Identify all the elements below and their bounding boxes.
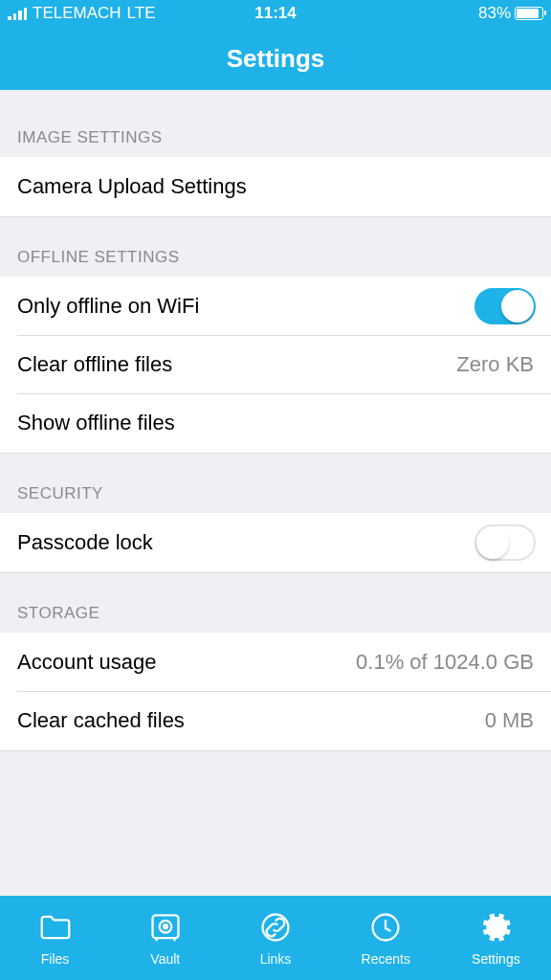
signal-icon (8, 7, 27, 20)
tab-files-label: Files (41, 951, 70, 967)
folder-icon (37, 909, 74, 948)
section-header-storage: STORAGE (0, 573, 551, 633)
only-offline-wifi-toggle[interactable] (474, 288, 536, 324)
tab-settings[interactable]: Settings (441, 896, 551, 980)
battery-percent: 83% (478, 4, 511, 23)
clear-cached-files-label: Clear cached files (17, 708, 485, 733)
tab-recents-label: Recents (362, 951, 410, 967)
account-usage-row[interactable]: Account usage 0.1% of 1024.0 GB (0, 633, 551, 692)
status-right: 83% (478, 4, 543, 23)
passcode-lock-row[interactable]: Passcode lock (0, 513, 551, 572)
gear-icon (477, 909, 514, 948)
status-time: 11:14 (254, 4, 296, 23)
show-offline-files-row[interactable]: Show offline files (0, 393, 551, 453)
clear-cached-files-row[interactable]: Clear cached files 0 MB (0, 691, 551, 750)
clear-offline-files-value: Zero KB (456, 352, 534, 377)
status-left: TELEMACH LTE (8, 4, 156, 23)
clear-offline-files-label: Clear offline files (17, 352, 456, 377)
camera-upload-settings-row[interactable]: Camera Upload Settings (0, 157, 551, 216)
vault-icon (147, 909, 184, 948)
account-usage-value: 0.1% of 1024.0 GB (356, 650, 534, 675)
svg-point-5 (263, 915, 289, 941)
status-bar: TELEMACH LTE 11:14 83% (0, 0, 551, 27)
tab-bar: Files Vault Link (0, 896, 551, 980)
clear-offline-files-row[interactable]: Clear offline files Zero KB (0, 335, 551, 394)
svg-point-2 (164, 924, 167, 928)
tab-links-label: Links (260, 951, 292, 967)
section-header-offline: OFFLINE SETTINGS (0, 217, 551, 277)
tab-links[interactable]: Links (220, 896, 330, 980)
page-title: Settings (227, 44, 325, 74)
settings-content: IMAGE SETTINGS Camera Upload Settings OF… (0, 90, 551, 896)
link-icon (257, 909, 294, 948)
show-offline-files-label: Show offline files (17, 411, 534, 435)
clear-cached-files-value: 0 MB (485, 708, 534, 733)
tab-recents[interactable]: Recents (331, 896, 441, 980)
section-header-image: IMAGE SETTINGS (0, 90, 551, 157)
only-offline-wifi-row[interactable]: Only offline on WiFi (0, 277, 551, 336)
camera-upload-settings-label: Camera Upload Settings (17, 174, 534, 199)
section-header-security: SECURITY (0, 454, 551, 513)
battery-icon (515, 7, 543, 20)
network-label: LTE (127, 4, 156, 23)
carrier-label: TELEMACH (33, 4, 121, 23)
tab-files[interactable]: Files (0, 896, 110, 980)
nav-header: Settings (0, 27, 551, 90)
clock-icon (367, 909, 404, 948)
tab-vault-label: Vault (150, 951, 180, 967)
account-usage-label: Account usage (17, 650, 356, 675)
passcode-lock-label: Passcode lock (17, 530, 474, 555)
only-offline-wifi-label: Only offline on WiFi (17, 294, 474, 319)
tab-vault[interactable]: Vault (110, 896, 220, 980)
tab-settings-label: Settings (472, 951, 520, 967)
passcode-lock-toggle[interactable] (474, 524, 536, 561)
